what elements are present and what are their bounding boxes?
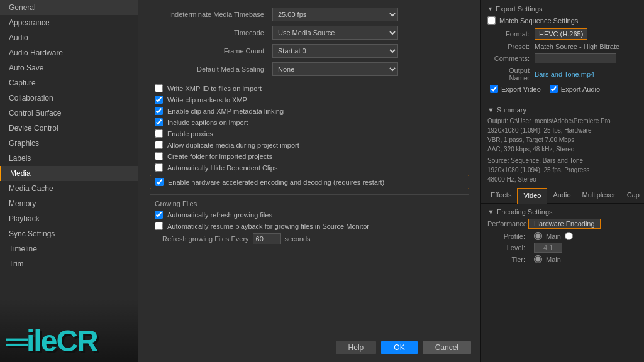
sidebar-item-capture[interactable]: Capture xyxy=(0,75,138,90)
settings-control: None xyxy=(272,62,469,76)
checkbox-label: Write clip markers to XMP xyxy=(167,96,247,104)
match-sequence-label: Match Sequence Settings xyxy=(499,17,578,25)
sidebar-item-auto-save[interactable]: Auto Save xyxy=(0,60,138,75)
format-row: Format: HEVC (H.265) xyxy=(487,28,638,40)
checkbox-input[interactable] xyxy=(155,107,163,115)
sidebar-item-audio-hardware[interactable]: Audio Hardware xyxy=(0,45,138,60)
checkbox-label: Create folder for imported projects xyxy=(167,153,272,160)
right-export-panel: ▼ Export Settings Match Sequence Setting… xyxy=(480,0,644,362)
summary-output: Output: C:\User_ments\Adobe\Premiere Pro… xyxy=(487,116,638,184)
encoding-settings-title: ▼ Encoding Settings xyxy=(487,208,638,216)
tab-audio[interactable]: Audio xyxy=(547,188,576,203)
sidebar-item-sync-settings[interactable]: Sync Settings xyxy=(0,226,138,241)
growing-checkbox-input[interactable] xyxy=(155,222,163,230)
comments-label: Comments: xyxy=(487,55,535,62)
output-name-label: Output Name: xyxy=(487,67,535,82)
sidebar-item-timeline[interactable]: Timeline xyxy=(0,241,138,256)
growing-checkbox-input[interactable] xyxy=(155,211,163,219)
sidebar-item-graphics[interactable]: Graphics xyxy=(0,136,138,151)
summary-arrow-icon: ▼ xyxy=(487,106,494,114)
level-value: 4.1 xyxy=(534,243,562,253)
sidebar-item-general[interactable]: General xyxy=(0,0,138,15)
profile-main-radio[interactable] xyxy=(534,232,542,240)
tier-main-radio[interactable] xyxy=(534,255,542,263)
checkbox-input[interactable] xyxy=(155,129,163,138)
export-video-span: Export Video xyxy=(490,85,541,93)
checkbox-input[interactable] xyxy=(155,118,163,126)
settings-dropdown[interactable]: Start at 0 xyxy=(272,44,398,58)
profile-label: Profile: xyxy=(492,233,530,240)
growing-checkbox-row: Automatically resume playback for growin… xyxy=(150,222,469,230)
match-sequence-checkbox[interactable] xyxy=(487,16,496,25)
output-name-row: Output Name: Bars and Tone.mp4 xyxy=(487,67,638,82)
checkbox-row: Enable proxies xyxy=(150,129,469,138)
export-audio-checkbox[interactable] xyxy=(550,85,558,93)
settings-row: Indeterminate Media Timebase: 25.00 fps xyxy=(150,8,469,21)
checkbox-input[interactable] xyxy=(155,84,163,92)
sidebar-item-media[interactable]: Media xyxy=(0,166,138,181)
hardware-accel-label: Enable hardware accelerated encoding and… xyxy=(168,178,384,186)
settings-dropdown[interactable]: Use Media Source xyxy=(272,26,398,40)
preset-value: Match Source - High Bitrate xyxy=(535,43,619,50)
checkbox-row: Write XMP ID to files on import xyxy=(150,84,469,92)
hardware-accel-row[interactable]: Enable hardware accelerated encoding and… xyxy=(150,175,469,189)
checkbox-row: Enable clip and XMP metadata linking xyxy=(150,107,469,115)
checkbox-input[interactable] xyxy=(155,163,163,172)
format-label: Format: xyxy=(487,30,535,38)
settings-label: Default Media Scaling: xyxy=(150,65,272,73)
sidebar-item-trim[interactable]: Trim xyxy=(0,256,138,272)
checkbox-input[interactable] xyxy=(155,152,163,160)
export-tabs: EffectsVideoAudioMultiplexerCap xyxy=(481,188,644,204)
export-settings-title: ▼ Export Settings xyxy=(487,5,638,13)
cancel-button[interactable]: Cancel xyxy=(423,341,471,354)
sidebar-item-media-cache[interactable]: Media Cache xyxy=(0,181,138,196)
format-value: HEVC (H.265) xyxy=(535,28,587,40)
growing-checkbox-label: Automatically refresh growing files xyxy=(167,211,272,219)
refresh-row: Refresh growing Files Every seconds xyxy=(150,233,469,244)
sidebar-item-collaboration[interactable]: Collaboration xyxy=(0,90,138,106)
refresh-input[interactable] xyxy=(253,233,281,244)
tab-cap[interactable]: Cap xyxy=(621,188,644,203)
checkbox-label: Automatically Hide Dependent Clips xyxy=(167,164,277,172)
tier-label: Tier: xyxy=(492,256,530,263)
hardware-accel-checkbox[interactable] xyxy=(155,178,164,186)
settings-row: Default Media Scaling: None xyxy=(150,62,469,76)
sidebar-item-memory[interactable]: Memory xyxy=(0,196,138,211)
preset-label: Preset: xyxy=(487,43,535,50)
sidebar-item-control-surface[interactable]: Control Surface xyxy=(0,106,138,121)
watermark-text: ═ileCR xyxy=(6,324,97,358)
settings-dropdown[interactable]: 25.00 fps xyxy=(272,8,398,21)
settings-row: Timecode: Use Media Source xyxy=(150,26,469,40)
tab-effects[interactable]: Effects xyxy=(485,188,517,203)
export-arrow-icon: ▼ xyxy=(487,6,493,12)
sidebar-item-device-control[interactable]: Device Control xyxy=(0,121,138,136)
checkbox-label: Include captions on import xyxy=(167,119,248,126)
tab-video[interactable]: Video xyxy=(517,188,547,204)
settings-dropdown[interactable]: None xyxy=(272,62,398,76)
help-button[interactable]: Help xyxy=(336,341,377,354)
checkbox-row: Allow duplicate media during project imp… xyxy=(150,141,469,149)
output-name-value[interactable]: Bars and Tone.mp4 xyxy=(535,70,594,78)
checkbox-row: Automatically Hide Dependent Clips xyxy=(150,163,469,172)
tab-multiplexer[interactable]: Multiplexer xyxy=(577,188,621,203)
refresh-unit: seconds xyxy=(285,235,311,243)
main-settings-panel: Indeterminate Media Timebase: 25.00 fps … xyxy=(138,0,480,362)
settings-control: 25.00 fps xyxy=(272,8,469,21)
growing-checkbox-label: Automatically resume playback for growin… xyxy=(167,222,369,230)
sidebar-item-labels[interactable]: Labels xyxy=(0,151,138,166)
performance-label: Performance: xyxy=(487,220,528,228)
ok-button[interactable]: OK xyxy=(381,341,417,354)
sidebar-item-playback[interactable]: Playback xyxy=(0,211,138,226)
comments-input[interactable] xyxy=(535,53,616,63)
profile-row: Profile: Main xyxy=(487,232,638,240)
level-row: Level: 4.1 xyxy=(487,243,638,253)
sidebar-item-audio[interactable]: Audio xyxy=(0,30,138,45)
settings-label: Frame Count: xyxy=(150,47,272,55)
checkbox-input[interactable] xyxy=(155,96,163,104)
profile-other-radio[interactable] xyxy=(565,232,573,240)
checkbox-row: Include captions on import xyxy=(150,118,469,126)
match-sequence-row[interactable]: Match Sequence Settings xyxy=(487,16,638,25)
checkbox-input[interactable] xyxy=(155,141,163,149)
sidebar-item-appearance[interactable]: Appearance xyxy=(0,15,138,30)
export-video-checkbox[interactable] xyxy=(490,85,498,93)
